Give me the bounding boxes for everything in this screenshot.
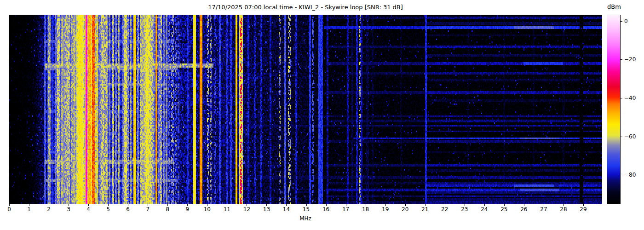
x-axis-label: MHz bbox=[9, 215, 602, 222]
x-tick-label: 16 bbox=[320, 206, 333, 213]
x-tick-label: 8 bbox=[161, 206, 174, 213]
x-tick-label: 27 bbox=[537, 206, 550, 213]
colorbar-tick-label: −80 bbox=[624, 172, 636, 178]
x-tick-label: 2 bbox=[42, 206, 55, 213]
colorbar-tick-label: 0 bbox=[624, 18, 628, 24]
x-tick-label: 25 bbox=[498, 206, 511, 213]
x-tick-label: 12 bbox=[240, 206, 253, 213]
colorbar-tick-label: −20 bbox=[624, 56, 636, 63]
colorbar-tick-mark bbox=[621, 21, 622, 22]
x-tick-label: 20 bbox=[399, 206, 412, 213]
x-tick-label: 10 bbox=[201, 206, 213, 213]
x-tick-label: 1 bbox=[23, 206, 35, 213]
x-tick-label: 14 bbox=[280, 206, 293, 213]
colorbar-canvas bbox=[607, 15, 620, 204]
colorbar-tick-label: −60 bbox=[624, 133, 636, 140]
x-tick-label: 28 bbox=[557, 206, 570, 213]
x-tick-label: 0 bbox=[3, 206, 16, 213]
x-tick-label: 18 bbox=[359, 206, 372, 213]
x-tick-label: 19 bbox=[379, 206, 392, 213]
x-tick-label: 11 bbox=[220, 206, 233, 213]
x-tick-label: 21 bbox=[419, 206, 431, 213]
x-tick-label: 4 bbox=[82, 206, 95, 213]
x-tick-label: 15 bbox=[300, 206, 313, 213]
chart-title: 17/10/2025 07:00 local time - KIWI_2 - S… bbox=[9, 4, 602, 11]
colorbar-tick-mark bbox=[621, 98, 622, 98]
x-tick-label: 23 bbox=[458, 206, 471, 213]
spectrogram-canvas bbox=[9, 15, 602, 204]
colorbar-tick-label: −40 bbox=[624, 95, 636, 101]
colorbar-tick-mark bbox=[621, 175, 622, 175]
colorbar-tick-mark bbox=[621, 137, 622, 137]
colorbar-tick-mark bbox=[621, 59, 622, 60]
x-tick-label: 6 bbox=[121, 206, 134, 213]
x-tick-label: 22 bbox=[438, 206, 451, 213]
x-tick-label: 3 bbox=[62, 206, 75, 213]
x-tick-label: 29 bbox=[577, 206, 590, 213]
x-tick-label: 9 bbox=[181, 206, 194, 213]
colorbar-title: dBm bbox=[602, 3, 627, 10]
x-tick-label: 24 bbox=[478, 206, 491, 213]
page-root: 17/10/2025 07:00 local time - KIWI_2 - S… bbox=[0, 0, 644, 230]
x-tick-label: 26 bbox=[518, 206, 530, 213]
x-tick-label: 13 bbox=[260, 206, 273, 213]
x-tick-label: 17 bbox=[339, 206, 352, 213]
x-tick-label: 7 bbox=[141, 206, 154, 213]
x-tick-label: 5 bbox=[102, 206, 115, 213]
